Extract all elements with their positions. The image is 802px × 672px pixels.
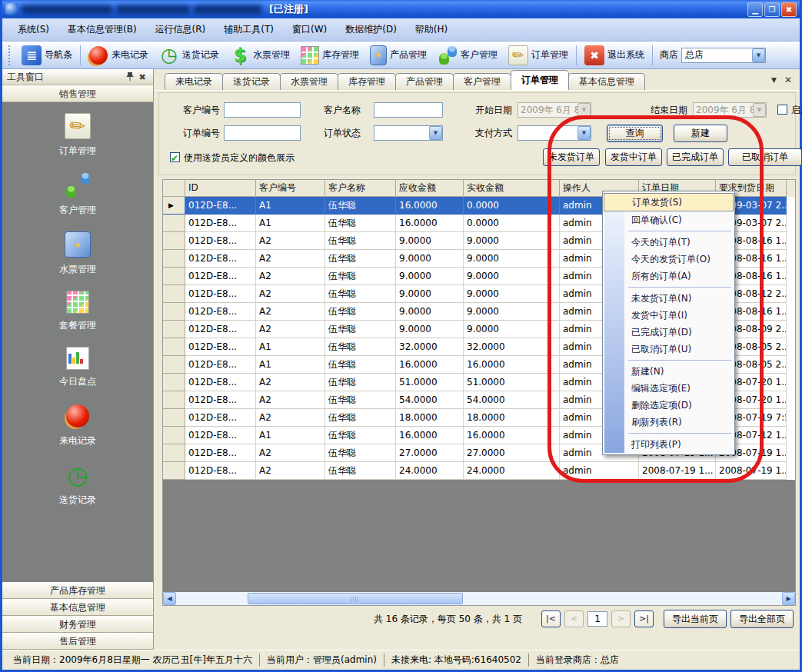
sidebar-item-water-ticket[interactable]: 水票管理: [59, 231, 96, 276]
sidebar-section-product-inventory[interactable]: 产品库存管理: [2, 582, 153, 599]
last-page-button[interactable]: >|: [634, 610, 654, 627]
toolbar-inventory[interactable]: 库存管理: [295, 43, 364, 68]
customer-name-input[interactable]: [374, 102, 443, 118]
toolbar-delivery-record[interactable]: 送货记录: [154, 43, 225, 68]
context-menu-item[interactable]: 刷新列表(R): [604, 414, 734, 431]
context-menu-item[interactable]: 订单发货(S): [604, 193, 734, 211]
horizontal-scrollbar[interactable]: ◀ ▶: [163, 592, 795, 605]
close-button[interactable]: ✖: [781, 2, 797, 17]
row-selector[interactable]: [163, 232, 185, 250]
context-menu-item[interactable]: 所有的订单(A): [604, 268, 734, 284]
column-customer-no[interactable]: 客户编号: [256, 180, 325, 197]
order-no-input[interactable]: [224, 125, 301, 141]
customer-no-input[interactable]: [224, 102, 301, 118]
prev-page-button[interactable]: <: [564, 610, 584, 627]
row-selector[interactable]: [163, 356, 185, 374]
maximize-button[interactable]: ❐: [764, 2, 780, 17]
sidebar-item-incoming-call[interactable]: 来电记录: [59, 403, 96, 447]
tab-delivery-record[interactable]: 送货记录: [222, 73, 281, 90]
menu-help[interactable]: 帮助(H): [406, 21, 457, 38]
sidebar-section-finance[interactable]: 财务管理: [2, 616, 153, 633]
menu-window[interactable]: 窗口(W): [283, 21, 336, 38]
context-menu-item[interactable]: 新建(N): [604, 363, 734, 380]
context-menu-item[interactable]: 已完成订单(D): [604, 324, 734, 341]
cancelled-orders-button[interactable]: 已取消订单: [728, 148, 802, 166]
table-row[interactable]: 012D-E8... A2 伍华聪 24.0000 24.0000 admin …: [163, 462, 795, 480]
row-selector[interactable]: [163, 285, 185, 303]
toolbar-customer[interactable]: 客户管理: [432, 43, 503, 68]
tab-customer[interactable]: 客户管理: [453, 73, 511, 90]
tab-basic-info[interactable]: 基本信息管理: [568, 73, 645, 90]
menu-run-info[interactable]: 运行信息(R): [146, 21, 215, 38]
menu-tools[interactable]: 辅助工具(T): [215, 21, 283, 38]
export-current-page-button[interactable]: 导出当前页: [664, 610, 727, 628]
sidebar-section-sales[interactable]: 销售管理: [2, 85, 153, 102]
menu-data-maintenance[interactable]: 数据维护(D): [336, 21, 406, 38]
sidebar-item-order[interactable]: 订单管理: [59, 113, 96, 158]
column-id[interactable]: ID: [185, 180, 256, 197]
context-menu-item[interactable]: 打印列表(P): [604, 436, 734, 453]
sidebar-section-after-sales[interactable]: 售后管理: [2, 633, 153, 650]
scroll-right-icon[interactable]: ▶: [782, 592, 795, 605]
toolbar-exit[interactable]: 退出系统: [579, 43, 650, 68]
row-selector[interactable]: [163, 268, 185, 285]
page-number-input[interactable]: [587, 611, 607, 627]
tab-incoming-call[interactable]: 来电记录: [165, 73, 223, 90]
new-button[interactable]: 新建: [674, 125, 727, 142]
sidebar-item-stocktake[interactable]: 今日盘点: [59, 347, 96, 388]
pay-method-select[interactable]: [517, 125, 591, 141]
tab-close-icon[interactable]: ✕: [784, 75, 792, 85]
completed-orders-button[interactable]: 已完成订单: [667, 148, 724, 166]
column-customer-name[interactable]: 客户名称: [325, 180, 396, 197]
toolbar-product[interactable]: 产品管理: [364, 43, 432, 68]
context-menu-item[interactable]: 删除选定项(D): [604, 397, 734, 414]
chevron-down-icon[interactable]: [429, 126, 442, 140]
minimize-button[interactable]: ▁: [747, 2, 763, 17]
column-receivable[interactable]: 应收金额: [396, 180, 464, 197]
pin-icon[interactable]: [124, 72, 136, 83]
row-selector[interactable]: [163, 197, 185, 215]
context-menu-item[interactable]: 已取消订单(U): [604, 341, 734, 358]
order-status-select[interactable]: [374, 125, 443, 141]
toolbar-order[interactable]: 订单管理: [503, 43, 574, 68]
toolbar-incoming-call[interactable]: 来电记录: [83, 43, 154, 68]
sidebar-item-delivery[interactable]: 送货记录: [59, 462, 96, 507]
color-checkbox[interactable]: 使用送货员定义的颜色展示: [170, 150, 295, 165]
next-page-button[interactable]: >: [611, 610, 631, 627]
row-selector[interactable]: [163, 462, 185, 480]
menu-basic-info[interactable]: 基本信息管理(B): [58, 21, 146, 38]
row-selector[interactable]: [163, 321, 185, 338]
context-menu-item[interactable]: 发货中订单(I): [604, 307, 734, 324]
row-selector[interactable]: [163, 427, 185, 444]
chevron-down-icon[interactable]: [577, 126, 591, 140]
row-selector[interactable]: [163, 338, 185, 356]
chevron-down-icon[interactable]: [752, 48, 765, 62]
sidebar-item-customer[interactable]: 客户管理: [59, 172, 96, 217]
row-selector[interactable]: [163, 215, 185, 232]
export-all-pages-button[interactable]: 导出全部页: [730, 610, 794, 628]
column-received[interactable]: 实收金额: [464, 180, 560, 197]
query-button[interactable]: 查询: [607, 125, 663, 142]
row-selector[interactable]: [163, 250, 185, 268]
row-selector[interactable]: [163, 374, 185, 391]
tab-inventory[interactable]: 库存管理: [338, 73, 396, 90]
tab-scroll-down-icon[interactable]: ▼: [771, 76, 777, 84]
menu-system[interactable]: 系统(S): [8, 21, 58, 38]
tab-product[interactable]: 产品管理: [395, 73, 454, 90]
first-page-button[interactable]: |<: [541, 610, 561, 627]
sidebar-item-package[interactable]: 套餐管理: [59, 291, 96, 332]
tab-water-ticket[interactable]: 水票管理: [280, 73, 338, 90]
shop-select[interactable]: 总店: [681, 48, 766, 63]
scrollbar-thumb[interactable]: [248, 593, 463, 604]
context-menu-item[interactable]: 今天的订单(T): [604, 234, 734, 251]
context-menu-item[interactable]: 今天的发货订单(O): [604, 251, 734, 268]
context-menu-item[interactable]: 未发货订单(N): [604, 290, 734, 307]
tab-order[interactable]: 订单管理: [511, 70, 569, 90]
delivering-orders-button[interactable]: 发货中订单: [605, 148, 662, 166]
scroll-left-icon[interactable]: ◀: [163, 592, 176, 605]
row-selector[interactable]: [163, 391, 185, 409]
sidebar-close-icon[interactable]: ✖: [136, 72, 148, 82]
context-menu-item[interactable]: 回单确认(C): [604, 211, 734, 228]
enable-checkbox[interactable]: 启用: [777, 102, 802, 118]
sidebar-section-basic-info[interactable]: 基本信息管理: [2, 599, 153, 616]
